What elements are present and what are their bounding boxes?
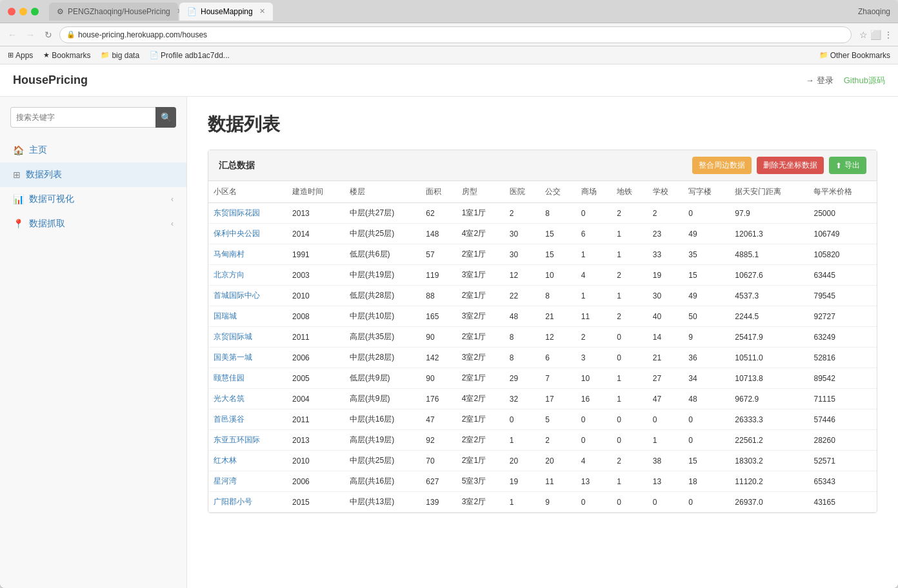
table-cell: 1 — [576, 286, 612, 306]
table-cell: 10511.0 — [730, 348, 808, 368]
table-row: 首邑溪谷2011中层(共16层)472室1厅05000026333.357446 — [208, 409, 877, 430]
table-cell: 2004 — [287, 389, 344, 409]
table-cell: 1 — [612, 244, 647, 265]
table-cell: 2008 — [287, 306, 344, 327]
table-cell: 97.9 — [730, 203, 808, 224]
table-cell: 33 — [648, 244, 683, 265]
table-cell: 627 — [421, 471, 456, 492]
table-cell: 12 — [540, 327, 575, 348]
table-cell[interactable]: 保利中央公园 — [208, 224, 287, 244]
table-cell: 0 — [576, 492, 612, 513]
table-cell: 71115 — [808, 389, 877, 409]
table-cell[interactable]: 红木林 — [208, 451, 287, 471]
table-cell: 11 — [576, 306, 612, 327]
table-cell: 15 — [683, 265, 730, 286]
table-cell: 40 — [648, 306, 683, 327]
table-cell: 0 — [576, 203, 612, 224]
table-cell: 4 — [576, 451, 612, 471]
table-cell[interactable]: 马甸南村 — [208, 244, 287, 265]
column-header: 建造时间 — [287, 181, 344, 203]
column-header: 楼层 — [344, 181, 421, 203]
back-button[interactable]: ← — [5, 28, 19, 42]
table-cell: 中层(共10层) — [344, 306, 421, 327]
search-button[interactable]: 🔍 — [155, 107, 176, 128]
sidebar-item-dataviz[interactable]: 📊 数据可视化 ‹ — [0, 187, 186, 211]
maximize-button[interactable] — [31, 8, 39, 15]
table-row: 京贸国际城2011高层(共35层)902室1厅8122014925417.963… — [208, 327, 877, 348]
table-cell: 2014 — [287, 224, 344, 244]
table-cell: 49 — [683, 286, 730, 306]
menu-icon[interactable]: ⋮ — [884, 30, 893, 40]
table-cell: 25417.9 — [730, 327, 808, 348]
close-button[interactable] — [8, 8, 15, 15]
table-cell[interactable]: 东贸国际花园 — [208, 203, 287, 224]
table-cell: 16 — [576, 389, 612, 409]
column-header: 学校 — [648, 181, 683, 203]
table-cell: 92 — [421, 430, 456, 451]
table-cell: 105820 — [808, 244, 877, 265]
tab-github-label: PENGZhaoqing/HousePricing — [68, 7, 170, 16]
table-cell: 23 — [648, 224, 683, 244]
bookmark-bigdata[interactable]: 📁 big data — [98, 50, 142, 61]
sidebar-item-datafetch[interactable]: 📍 数据抓取 ‹ — [0, 211, 186, 236]
search-input[interactable] — [10, 107, 155, 128]
table-cell[interactable]: 首城国际中心 — [208, 286, 287, 306]
sidebar-item-datalist[interactable]: ⊞ 数据列表 — [0, 162, 186, 187]
table-cell[interactable]: 国美第一城 — [208, 348, 287, 368]
address-bar[interactable]: 🔒 house-pricing.herokuapp.com/houses — [59, 26, 852, 43]
table-cell[interactable]: 北京方向 — [208, 265, 287, 286]
minimize-button[interactable] — [19, 8, 27, 15]
table-cell[interactable]: 星河湾 — [208, 471, 287, 492]
table-cell[interactable]: 首邑溪谷 — [208, 409, 287, 430]
table-cell: 中层(共28层) — [344, 348, 421, 368]
extension-icon[interactable]: ⬜ — [870, 30, 881, 40]
table-cell: 2室1厅 — [457, 327, 504, 348]
sidebar-item-home[interactable]: 🏠 主页 — [0, 138, 186, 162]
table-row: 光大名筑2004高层(共9层)1764室2厅321716147489672.97… — [208, 389, 877, 409]
table-cell: 20 — [504, 451, 540, 471]
export-button[interactable]: ⬆ 导出 — [829, 157, 866, 174]
table-cell: 1 — [504, 492, 540, 513]
tab-housemapping[interactable]: 📄 HouseMapping ✕ — [179, 3, 273, 21]
table-cell: 50 — [683, 306, 730, 327]
table-cell: 176 — [421, 389, 456, 409]
column-header: 房型 — [457, 181, 504, 203]
github-link[interactable]: Github源码 — [844, 75, 885, 86]
table-cell[interactable]: 光大名筑 — [208, 389, 287, 409]
table-row: 保利中央公园2014中层(共25层)1484室2厅301561234912061… — [208, 224, 877, 244]
forward-button[interactable]: → — [23, 28, 37, 42]
tab-housemapping-close[interactable]: ✕ — [259, 7, 265, 15]
table-cell: 0 — [612, 492, 647, 513]
table-cell: 6 — [540, 348, 575, 368]
column-header: 医院 — [504, 181, 540, 203]
bookmark-apps[interactable]: ⊞ Apps — [5, 50, 35, 61]
table-cell: 70 — [421, 451, 456, 471]
table-cell: 0 — [576, 409, 612, 430]
login-button[interactable]: → 登录 — [806, 75, 833, 86]
table-cell: 0 — [648, 492, 683, 513]
table-cell[interactable]: 京贸国际城 — [208, 327, 287, 348]
reload-button[interactable]: ↻ — [41, 28, 55, 42]
tab-github[interactable]: ⚙ PENGZhaoqing/HousePricing ✕ — [49, 3, 178, 21]
table-cell: 15 — [683, 451, 730, 471]
merge-button[interactable]: 整合周边数据 — [692, 157, 752, 174]
table-cell: 2013 — [287, 430, 344, 451]
bookmark-bookmarks[interactable]: ★ Bookmarks — [41, 50, 93, 61]
table-cell: 12061.3 — [730, 224, 808, 244]
bookmark-apps-label: Apps — [15, 51, 33, 60]
table-cell[interactable]: 颐慧佳园 — [208, 368, 287, 389]
table-cell: 19 — [648, 265, 683, 286]
table-cell[interactable]: 国瑞城 — [208, 306, 287, 327]
bookmark-profile[interactable]: 📄 Profile adb1ac7dd... — [147, 50, 232, 61]
profile-doc-icon: 📄 — [150, 51, 159, 59]
table-row: 星河湾2006高层(共16层)6275室3厅1911131131811120.2… — [208, 471, 877, 492]
bookmark-other[interactable]: 📁 Other Bookmarks — [817, 50, 893, 61]
table-cell[interactable]: 广阳郡小号 — [208, 492, 287, 513]
table-cell: 2003 — [287, 265, 344, 286]
sidebar-home-label: 主页 — [29, 144, 47, 156]
table-cell: 2013 — [287, 203, 344, 224]
column-header: 公交 — [540, 181, 575, 203]
table-cell[interactable]: 东亚五环国际 — [208, 430, 287, 451]
delete-button[interactable]: 删除无坐标数据 — [757, 157, 824, 174]
star-icon[interactable]: ☆ — [859, 30, 868, 40]
